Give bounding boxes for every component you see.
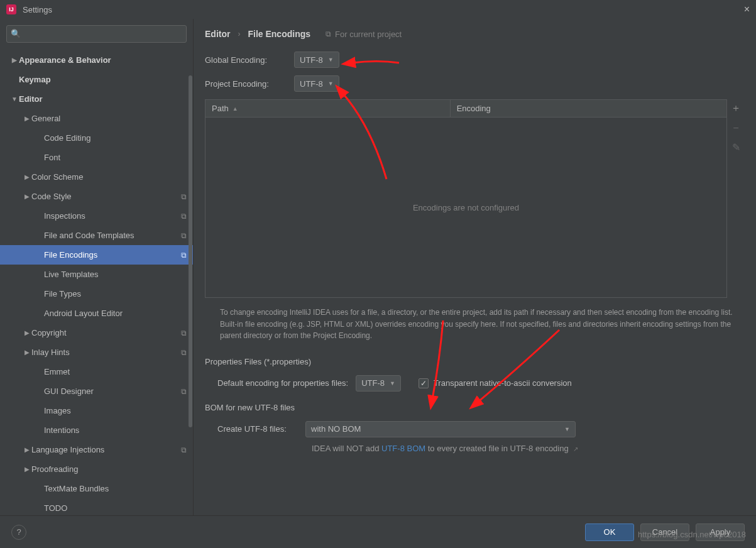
ok-button[interactable]: OK (585, 523, 634, 541)
col-path[interactable]: Path ▲ (205, 100, 451, 117)
tree-item-appearance-behavior[interactable]: ▶Appearance & Behavior (0, 50, 193, 70)
tree-item-label: TODO (44, 503, 187, 513)
tree-item-label: Language Injections (31, 445, 177, 454)
sidebar: 🔍 ▶Appearance & BehaviorKeymap▼Editor▶Ge… (0, 19, 194, 515)
add-icon[interactable]: ＋ (730, 102, 742, 115)
tree-item-label: Intentions (44, 425, 187, 435)
tree-item-label: Code Style (31, 192, 177, 201)
project-scope-icon: ⧉ (181, 251, 187, 260)
close-icon[interactable]: × (744, 4, 750, 15)
breadcrumb-parent[interactable]: Editor (205, 29, 230, 39)
tree-item-inlay-hints[interactable]: ▶Inlay Hints⧉ (0, 342, 193, 362)
tree-item-label: Editor (19, 94, 187, 104)
remove-icon[interactable]: − (730, 123, 742, 134)
bom-description: IDEA will NOT add UTF-8 BOM to every cre… (205, 444, 745, 453)
tree-item-images[interactable]: Images (0, 401, 193, 420)
breadcrumb-current: File Encodings (248, 29, 310, 39)
tree-item-keymap[interactable]: Keymap (0, 70, 193, 89)
project-scope-icon: ⧉ (181, 329, 187, 337)
create-utf8-value: with NO BOM (311, 424, 361, 434)
tree-item-label: File and Code Templates (44, 231, 177, 240)
tree-item-color-scheme[interactable]: ▶Color Scheme (0, 167, 193, 187)
expand-arrow-icon: ▶ (23, 349, 31, 356)
project-scope-icon: ⧉ (181, 348, 187, 357)
tree-item-label: Color Scheme (31, 172, 187, 182)
global-encoding-dropdown[interactable]: UTF-8 ▼ (294, 52, 339, 68)
tree-item-label: Keymap (19, 75, 187, 84)
native-to-ascii-checkbox[interactable]: Transparent native-to-ascii conversion (419, 378, 572, 388)
tree-item-label: File Encodings (44, 250, 177, 260)
tree-item-label: GUI Designer (44, 386, 177, 396)
tree-item-file-types[interactable]: File Types (0, 284, 193, 304)
help-button[interactable]: ? (11, 525, 26, 540)
project-scope-icon: ⧉ (181, 387, 187, 396)
project-encoding-label: Project Encoding: (205, 79, 285, 89)
window-title: Settings (23, 5, 52, 14)
edit-icon[interactable]: ✎ (730, 141, 742, 153)
tree-item-android-layout-editor[interactable]: Android Layout Editor (0, 304, 193, 323)
properties-default-label: Default encoding for properties files: (217, 378, 348, 388)
settings-tree[interactable]: ▶Appearance & BehaviorKeymap▼Editor▶Gene… (0, 48, 193, 515)
tree-item-intentions[interactable]: Intentions (0, 420, 193, 440)
tree-item-label: Appearance & Behavior (19, 55, 187, 65)
sidebar-scrollbar[interactable] (188, 50, 193, 515)
tree-item-general[interactable]: ▶General (0, 109, 193, 128)
tree-item-file-encodings[interactable]: File Encodings⧉ (0, 245, 193, 265)
tree-item-textmate-bundles[interactable]: TextMate Bundles (0, 479, 193, 498)
tree-item-label: Emmet (44, 367, 187, 376)
tree-item-inspections[interactable]: Inspections⧉ (0, 206, 193, 226)
tree-item-emmet[interactable]: Emmet (0, 362, 193, 381)
project-scope-icon: ⧉ (181, 192, 187, 201)
tree-item-label: File Types (44, 289, 187, 299)
tree-item-gui-designer[interactable]: GUI Designer⧉ (0, 381, 193, 401)
tree-item-label: TextMate Bundles (44, 484, 187, 493)
native-to-ascii-label: Transparent native-to-ascii conversion (434, 378, 572, 388)
expand-arrow-icon: ▶ (23, 173, 31, 180)
tree-item-label: Proofreading (31, 464, 187, 474)
tree-item-label: Android Layout Editor (44, 309, 187, 318)
chevron-down-icon: ▼ (564, 426, 570, 432)
create-utf8-dropdown[interactable]: with NO BOM ▼ (305, 421, 576, 437)
tree-item-code-editing[interactable]: Code Editing (0, 128, 193, 148)
external-link-icon: ↗ (573, 446, 578, 452)
expand-arrow-icon: ▶ (23, 115, 31, 122)
properties-encoding-value: UTF-8 (361, 378, 385, 388)
col-encoding[interactable]: Encoding (451, 100, 726, 117)
project-scope-icon: ⧉ (181, 231, 187, 240)
search-input[interactable] (6, 25, 187, 43)
table-toolbar: ＋ − ✎ (727, 99, 745, 298)
tree-item-label: Live Templates (44, 270, 187, 279)
search-box: 🔍 (6, 25, 187, 43)
create-utf8-label: Create UTF-8 files: (217, 424, 298, 434)
project-scope-icon: ⧉ (181, 446, 187, 454)
tree-item-label: General (31, 114, 187, 123)
content-panel: Editor › File Encodings ⧉ For current pr… (194, 19, 756, 515)
tree-item-file-and-code-templates[interactable]: File and Code Templates⧉ (0, 226, 193, 245)
tree-item-font[interactable]: Font (0, 148, 193, 167)
tree-item-todo[interactable]: TODO (0, 498, 193, 515)
scope-label: For current project (335, 30, 402, 39)
bom-section-title: BOM for new UTF-8 files (205, 403, 745, 412)
app-icon: IJ (6, 4, 16, 14)
tree-item-live-templates[interactable]: Live Templates (0, 265, 193, 284)
checkbox-box-icon (419, 378, 429, 388)
cancel-button[interactable]: Cancel (640, 523, 689, 541)
breadcrumb-sep-icon: › (238, 30, 240, 38)
main-area: 🔍 ▶Appearance & BehaviorKeymap▼Editor▶Ge… (0, 19, 756, 515)
tree-item-proofreading[interactable]: ▶Proofreading (0, 459, 193, 479)
tree-item-code-style[interactable]: ▶Code Style⧉ (0, 187, 193, 206)
tree-item-copyright[interactable]: ▶Copyright⧉ (0, 323, 193, 342)
utf8-bom-link[interactable]: UTF-8 BOM (381, 444, 425, 453)
tree-item-label: Font (44, 153, 187, 162)
titlebar: IJ Settings × (0, 0, 756, 19)
button-bar: ? OK Cancel Apply (0, 515, 756, 548)
tree-item-language-injections[interactable]: ▶Language Injections⧉ (0, 440, 193, 459)
properties-encoding-dropdown[interactable]: UTF-8 ▼ (356, 375, 401, 392)
global-encoding-label: Global Encoding: (205, 55, 285, 65)
tree-item-editor[interactable]: ▼Editor (0, 89, 193, 109)
project-scope-icon: ⧉ (326, 30, 331, 38)
project-encoding-dropdown[interactable]: UTF-8 ▼ (294, 75, 339, 92)
apply-button[interactable]: Apply (696, 523, 745, 541)
tree-item-label: Copyright (31, 328, 177, 337)
chevron-down-icon: ▼ (328, 80, 334, 87)
